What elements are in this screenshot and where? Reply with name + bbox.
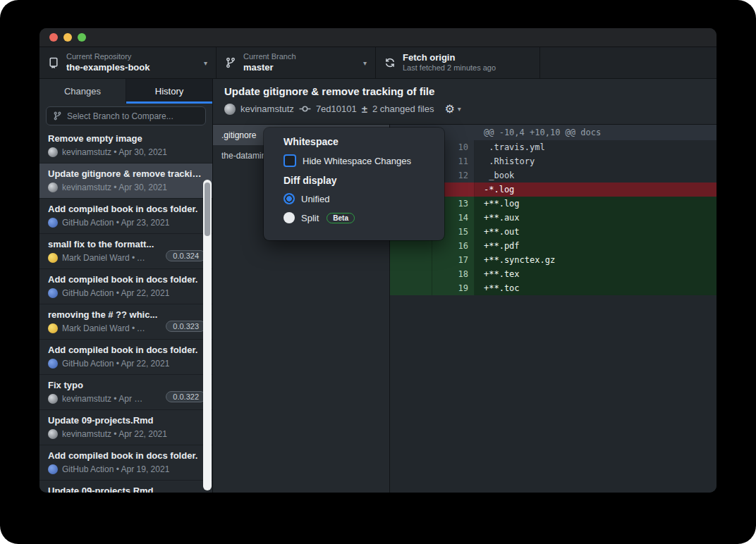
- avatar: [48, 288, 58, 298]
- commit-list-item[interactable]: Fix typokevinamstutz • Apr 22...0.0.322: [39, 375, 212, 410]
- old-line-number: [390, 239, 432, 253]
- new-line-number: 17: [432, 253, 475, 267]
- commit-title: Add compiled book in docs folder.: [48, 450, 204, 461]
- commit-title: Update gitignore & remove tracking of fi…: [48, 168, 204, 179]
- diff-display-option-label: Split: [301, 213, 319, 223]
- avatar: [224, 104, 236, 115]
- commit-meta: GitHub Action • Apr 22, 2021: [48, 288, 204, 298]
- hide-whitespace-label: Hide Whitespace Changes: [303, 156, 411, 166]
- fetch-subtitle: Last fetched 2 minutes ago: [403, 63, 531, 73]
- commit-title: Add compiled book in docs folder.: [48, 204, 204, 214]
- commit-meta-text: kevinamstutz • Apr 22...: [62, 394, 145, 404]
- version-badge: 0.0.323: [166, 321, 206, 332]
- repo-label: Current Repository: [66, 52, 197, 62]
- commit-meta: kevinamstutz • Apr 22, 2021: [48, 429, 204, 439]
- sync-icon: [384, 57, 396, 68]
- diff-stats-icon: ±: [362, 103, 367, 115]
- repo-text: Current Repository the-examples-book: [66, 52, 197, 73]
- app-window: Current Repository the-examples-book ▾ C…: [39, 28, 717, 493]
- commit-icon: [299, 103, 311, 115]
- meta-separator: •: [111, 394, 118, 404]
- commit-list-item[interactable]: Update 09-projects.Rmdkevinamstutz • Apr…: [39, 481, 212, 493]
- commit-meta: GitHub Action • Apr 23, 2021: [48, 218, 204, 228]
- commit-meta: GitHub Action • Apr 19, 2021: [48, 464, 204, 474]
- tab-history[interactable]: History: [126, 79, 212, 104]
- old-line-number: [390, 281, 432, 295]
- compare-placeholder: Select Branch to Compare...: [67, 111, 173, 121]
- commit-list-item[interactable]: Update gitignore & remove tracking of fi…: [39, 163, 212, 199]
- current-repository-button[interactable]: Current Repository the-examples-book ▾: [39, 47, 217, 78]
- commit-meta-text: kevinamstutz • Apr 30, 2021: [62, 183, 167, 192]
- checkbox-unchecked-icon[interactable]: [284, 154, 296, 167]
- tab-changes[interactable]: Changes: [39, 79, 126, 104]
- commit-list-item[interactable]: Add compiled book in docs folder.GitHub …: [39, 445, 212, 481]
- version-badge: 0.0.324: [166, 250, 206, 261]
- commit-date: Apr 22...: [118, 394, 145, 404]
- commit-list-item[interactable]: Update 09-projects.Rmdkevinamstutz • Apr…: [39, 410, 212, 445]
- commit-title: Fix typo: [48, 380, 204, 390]
- diff-line-text: +**.synctex.gz: [475, 253, 717, 267]
- commit-date: Apr 22, 2021: [121, 288, 170, 298]
- commit-meta: kevinamstutz 7ed10101 ± 2 changed files …: [224, 103, 705, 115]
- diff-options-button[interactable]: ⚙ ▾: [444, 104, 461, 115]
- fetch-title: Fetch origin: [403, 52, 531, 63]
- commit-list-item[interactable]: small fix to the formatt...Mark Daniel W…: [39, 234, 212, 269]
- whitespace-heading: Whitespace: [284, 136, 433, 147]
- branch-text: Current Branch master: [243, 52, 356, 73]
- commit-title: Remove empty image: [48, 133, 204, 144]
- toolbar-spacer: [540, 47, 717, 78]
- commit-list-item[interactable]: Remove empty imagekevinamstutz • Apr 30,…: [39, 128, 212, 163]
- commit-meta-text: kevinamstutz • Apr 22, 2021: [62, 429, 167, 439]
- zoom-button[interactable]: [78, 33, 86, 42]
- scrollbar-thumb[interactable]: [205, 183, 210, 236]
- diff-line: 17+**.synctex.gz: [390, 253, 717, 267]
- diff-line-text: +**.out: [475, 225, 717, 239]
- commit-list-item[interactable]: Add compiled book in docs folder.GitHub …: [39, 269, 212, 304]
- current-branch-button[interactable]: Current Branch master ▾: [217, 47, 376, 78]
- radio-selected-icon[interactable]: [284, 193, 295, 204]
- repo-icon: [48, 57, 59, 68]
- minimize-button[interactable]: [63, 33, 72, 42]
- commit-author: GitHub Action: [62, 359, 114, 369]
- commit-list: Remove empty imagekevinamstutz • Apr 30,…: [39, 128, 212, 493]
- commit-author: kevinamstutz: [62, 147, 111, 157]
- avatar: [48, 218, 58, 228]
- commit-author: kevinamstutz: [240, 104, 294, 114]
- close-button[interactable]: [49, 33, 58, 42]
- commit-author: kevinamstutz: [62, 394, 111, 404]
- commit-meta-text: GitHub Action • Apr 22, 2021: [62, 359, 169, 369]
- diff-line: 19+**.toc: [390, 281, 717, 295]
- version-badge: 0.0.322: [166, 391, 206, 402]
- branch-compare-select[interactable]: Select Branch to Compare...: [46, 106, 206, 125]
- commit-list-item[interactable]: Add compiled book in docs folder.GitHub …: [39, 199, 212, 234]
- toolbar: Current Repository the-examples-book ▾ C…: [39, 47, 717, 79]
- fetch-origin-button[interactable]: Fetch origin Last fetched 2 minutes ago: [376, 47, 540, 78]
- commit-list-item[interactable]: removing the # ?? whic...Mark Daniel War…: [39, 304, 212, 340]
- chevron-down-icon: ▾: [204, 59, 207, 67]
- commit-list-item[interactable]: Add compiled book in docs folder.GitHub …: [39, 340, 212, 375]
- diff-display-option-unified[interactable]: Unified: [284, 193, 433, 204]
- diff-line-text: +**.aux: [475, 211, 717, 225]
- commit-author: GitHub Action: [62, 464, 114, 474]
- new-line-number: 19: [432, 281, 475, 295]
- diff-line-text: +**.tex: [475, 267, 717, 281]
- diff-line-text: +**.toc: [475, 281, 717, 295]
- commit-meta-text: Mark Daniel Ward • A...: [62, 253, 145, 263]
- commit-title: Update 09-projects.Rmd: [48, 415, 204, 426]
- radio-unselected-icon[interactable]: [284, 212, 295, 223]
- branch-label: Current Branch: [243, 52, 356, 62]
- commit-date: Apr 22, 2021: [121, 359, 170, 369]
- diff-line-text: .travis.yml: [475, 140, 717, 154]
- avatar: [48, 429, 58, 439]
- branch-icon: [225, 57, 236, 68]
- old-line-number: [390, 267, 432, 281]
- gear-icon: ⚙: [444, 104, 454, 115]
- old-line-number: [390, 253, 432, 267]
- commit-sha: 7ed10101: [316, 104, 357, 114]
- diff-display-option-split[interactable]: SplitBeta: [284, 212, 433, 223]
- scrollbar-track[interactable]: [203, 180, 212, 490]
- avatar: [48, 147, 58, 157]
- commit-meta-text: GitHub Action • Apr 22, 2021: [62, 288, 169, 298]
- hide-whitespace-option[interactable]: Hide Whitespace Changes: [284, 154, 433, 167]
- diff-line: 16+**.pdf: [390, 239, 717, 253]
